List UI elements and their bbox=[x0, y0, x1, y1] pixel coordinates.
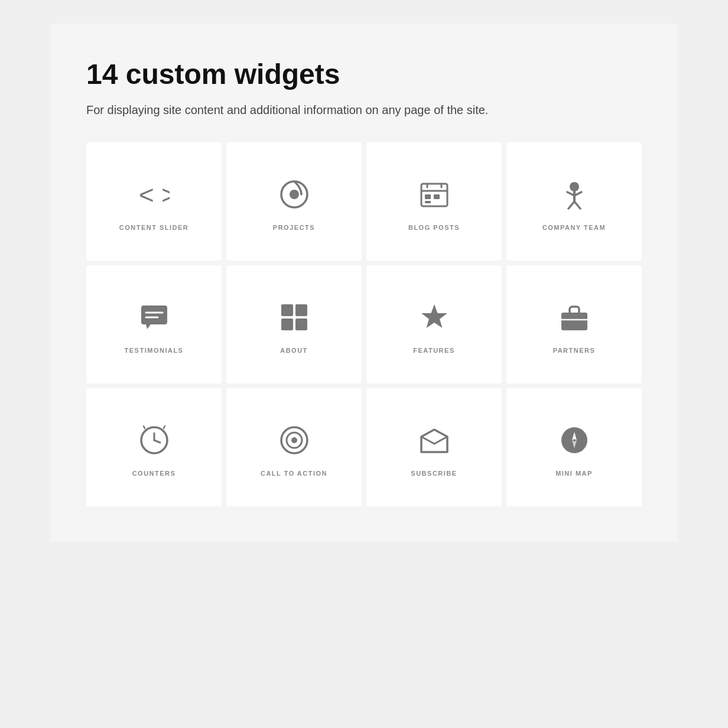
widget-label-about: ABOUT bbox=[280, 347, 308, 354]
speech-bubble-icon bbox=[139, 301, 170, 334]
svg-rect-23 bbox=[295, 318, 307, 330]
page-container: 14 custom widgets For displaying site co… bbox=[51, 24, 677, 542]
widget-label-blog-posts: BLOG POSTS bbox=[408, 224, 460, 231]
projects-circle-icon bbox=[279, 178, 310, 211]
svg-rect-22 bbox=[281, 318, 293, 330]
widget-card-about[interactable]: ABOUT bbox=[226, 265, 362, 384]
compass-icon bbox=[559, 424, 590, 457]
widget-card-projects[interactable]: PROJECTS bbox=[226, 142, 362, 261]
widget-label-counters: COUNTERS bbox=[132, 470, 176, 477]
widget-label-company-team: COMPANY TEAM bbox=[542, 224, 606, 231]
target-circle-icon bbox=[279, 424, 310, 457]
widget-label-partners: PARTNERS bbox=[553, 347, 596, 354]
calendar-list-icon bbox=[419, 178, 450, 211]
layout-grid-icon bbox=[279, 301, 310, 334]
widget-label-features: FEATURES bbox=[413, 347, 454, 354]
widget-card-content-slider[interactable]: < >CONTENT SLIDER bbox=[86, 142, 222, 261]
svg-marker-24 bbox=[421, 304, 447, 328]
svg-line-14 bbox=[568, 202, 574, 209]
svg-rect-8 bbox=[434, 194, 440, 199]
clock-icon bbox=[139, 424, 170, 457]
widget-label-testimonials: TESTIMONIALS bbox=[125, 347, 184, 354]
svg-rect-21 bbox=[295, 304, 307, 316]
widget-label-call-to-action: CALL TO ACTION bbox=[261, 470, 327, 477]
widget-label-content-slider: CONTENT SLIDER bbox=[119, 224, 189, 231]
svg-marker-17 bbox=[146, 324, 151, 329]
envelope-open-icon bbox=[419, 424, 450, 457]
svg-rect-7 bbox=[425, 194, 431, 199]
svg-rect-16 bbox=[141, 306, 167, 324]
briefcase-icon bbox=[559, 301, 590, 334]
svg-point-2 bbox=[290, 190, 299, 199]
person-icon bbox=[559, 178, 590, 211]
widget-label-mini-map: MINI MAP bbox=[555, 470, 593, 477]
svg-line-30 bbox=[144, 426, 145, 428]
svg-rect-20 bbox=[281, 304, 293, 316]
widget-card-mini-map[interactable]: MINI MAP bbox=[506, 388, 642, 506]
page-title: 14 custom widgets bbox=[86, 59, 642, 90]
svg-line-31 bbox=[164, 426, 165, 428]
widget-card-call-to-action[interactable]: CALL TO ACTION bbox=[226, 388, 362, 506]
widgets-grid: < >CONTENT SLIDER PROJECTS BLOG POSTS CO… bbox=[86, 142, 642, 506]
widget-card-partners[interactable]: PARTNERS bbox=[506, 265, 642, 384]
widget-card-subscribe[interactable]: SUBSCRIBE bbox=[366, 388, 502, 506]
svg-point-10 bbox=[570, 182, 579, 191]
widget-card-counters[interactable]: COUNTERS bbox=[86, 388, 222, 506]
svg-text:< >: < > bbox=[139, 180, 170, 209]
svg-point-34 bbox=[291, 437, 297, 443]
page-subtitle: For displaying site content and addition… bbox=[86, 101, 500, 119]
widget-label-subscribe: SUBSCRIBE bbox=[411, 470, 457, 477]
widget-card-features[interactable]: FEATURES bbox=[366, 265, 502, 384]
widget-card-company-team[interactable]: COMPANY TEAM bbox=[506, 142, 642, 261]
svg-point-35 bbox=[561, 427, 587, 453]
widget-label-projects: PROJECTS bbox=[273, 224, 315, 231]
star-icon bbox=[419, 301, 450, 334]
svg-rect-9 bbox=[425, 201, 431, 203]
svg-line-29 bbox=[154, 440, 160, 443]
svg-rect-25 bbox=[561, 313, 587, 330]
widget-card-testimonials[interactable]: TESTIMONIALS bbox=[86, 265, 222, 384]
code-brackets-icon: < > bbox=[139, 178, 170, 211]
widget-card-blog-posts[interactable]: BLOG POSTS bbox=[366, 142, 502, 261]
svg-line-15 bbox=[574, 202, 580, 209]
